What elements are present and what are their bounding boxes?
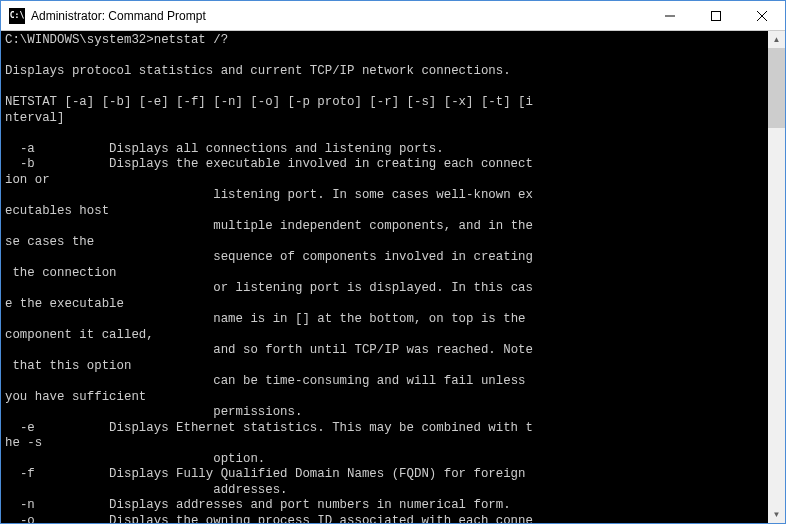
window-controls (647, 1, 785, 30)
scroll-up-button[interactable]: ▲ (768, 31, 785, 48)
maximize-button[interactable] (693, 1, 739, 30)
window-title: Administrator: Command Prompt (31, 9, 647, 23)
titlebar[interactable]: C:\ Administrator: Command Prompt (1, 1, 785, 31)
vertical-scrollbar[interactable]: ▲ ▼ (768, 31, 785, 523)
console-area: C:\WINDOWS\system32>netstat /? Displays … (1, 31, 785, 523)
cmd-icon: C:\ (9, 8, 25, 24)
scroll-track[interactable] (768, 48, 785, 506)
minimize-button[interactable] (647, 1, 693, 30)
close-button[interactable] (739, 1, 785, 30)
scroll-thumb[interactable] (768, 48, 785, 128)
scroll-down-button[interactable]: ▼ (768, 506, 785, 523)
console-output[interactable]: C:\WINDOWS\system32>netstat /? Displays … (1, 31, 768, 523)
svg-rect-1 (712, 11, 721, 20)
